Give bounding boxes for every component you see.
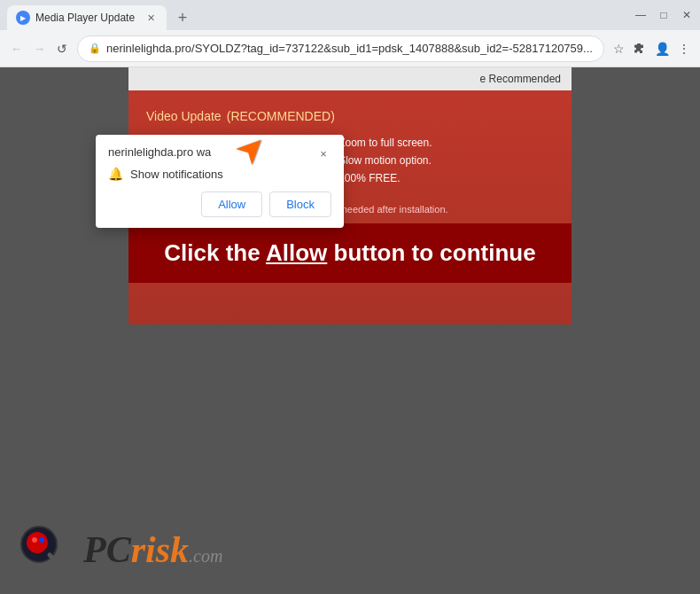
ad-recommended-badge: (RECOMMENDED) xyxy=(227,109,335,123)
url-bar[interactable]: 🔒 nerinlelighda.pro/SYOLDZ?tag_id=737122… xyxy=(77,35,604,62)
ad-title-main: ideo Update xyxy=(154,109,222,123)
close-window-button[interactable]: ✕ xyxy=(681,9,693,21)
browser-tab[interactable]: Media Player Update ✕ xyxy=(7,5,167,30)
minimize-button[interactable]: — xyxy=(634,9,647,21)
notification-popup: nerinlelighda.pro wa × 🔔 Show notificati… xyxy=(96,135,344,228)
pc-text: PC xyxy=(83,529,131,570)
allow-button[interactable]: Allow xyxy=(201,191,262,217)
pcrisk-logo-icon xyxy=(18,523,71,576)
com-text: .com xyxy=(189,546,222,566)
ad-features-right: Zoom to full screen. Slow motion option.… xyxy=(332,137,432,190)
svg-point-1 xyxy=(27,532,48,553)
ad-cta: Click the Allow button to continue xyxy=(128,223,572,283)
ad-feature-5: Slow motion option. xyxy=(332,154,432,167)
ad-title-v: V xyxy=(146,109,154,123)
pcrisk-logo: PCrisk.com xyxy=(18,523,222,576)
title-bar: Media Player Update ✕ + — □ ✕ xyxy=(0,0,700,30)
popup-close-button[interactable]: × xyxy=(315,145,331,161)
cta-suffix: button to continue xyxy=(334,239,536,266)
ad-header-text: e Recommended xyxy=(480,73,561,85)
ad-feature-4: Zoom to full screen. xyxy=(332,137,432,149)
cta-prefix: Click the xyxy=(164,239,260,266)
bell-icon: 🔔 xyxy=(108,167,123,181)
tab-strip: Media Player Update ✕ + xyxy=(7,0,626,30)
reload-button[interactable]: ↺ xyxy=(54,36,70,61)
svg-line-4 xyxy=(50,555,64,569)
window-controls: — □ ✕ xyxy=(626,9,693,21)
profile-button[interactable]: 👤 xyxy=(655,37,670,60)
tab-close-button[interactable]: ✕ xyxy=(144,11,158,25)
cta-allow-text: Allow xyxy=(266,239,327,266)
page-content: nerinlelighda.pro wa × 🔔 Show notificati… xyxy=(0,67,700,594)
ad-title: Video Update (RECOMMENDED) xyxy=(146,103,554,126)
maximize-button[interactable]: □ xyxy=(657,9,670,21)
block-button[interactable]: Block xyxy=(269,191,331,217)
popup-header: nerinlelighda.pro wa × xyxy=(108,145,331,161)
popup-buttons: Allow Block xyxy=(108,191,331,217)
svg-point-2 xyxy=(32,537,37,543)
lock-icon: 🔒 xyxy=(89,43,101,54)
ad-header: e Recommended xyxy=(128,67,572,90)
popup-site-name: nerinlelighda.pro wa xyxy=(108,145,315,159)
risk-text: risk xyxy=(131,529,189,570)
browser-window: Media Player Update ✕ + — □ ✕ ← → ↺ 🔒 ne… xyxy=(0,0,700,594)
tab-favicon-icon xyxy=(16,11,30,25)
ad-feature-6: 100% FREE. xyxy=(332,172,432,184)
bookmark-button[interactable]: ☆ xyxy=(611,37,626,60)
back-button[interactable]: ← xyxy=(9,36,25,61)
svg-point-3 xyxy=(39,537,44,543)
notification-row: 🔔 Show notifications xyxy=(108,167,331,181)
pcrisk-text: PCrisk.com xyxy=(83,528,222,571)
menu-button[interactable]: ⋮ xyxy=(677,37,691,60)
extensions-button[interactable] xyxy=(633,37,647,60)
url-text: nerinlelighda.pro/SYOLDZ?tag_id=737122&s… xyxy=(106,42,593,55)
address-bar: ← → ↺ 🔒 nerinlelighda.pro/SYOLDZ?tag_id=… xyxy=(0,30,700,67)
tab-title: Media Player Update xyxy=(35,12,138,24)
new-tab-button[interactable]: + xyxy=(170,5,195,30)
forward-button[interactable]: → xyxy=(32,36,48,61)
notification-label: Show notifications xyxy=(130,168,223,181)
